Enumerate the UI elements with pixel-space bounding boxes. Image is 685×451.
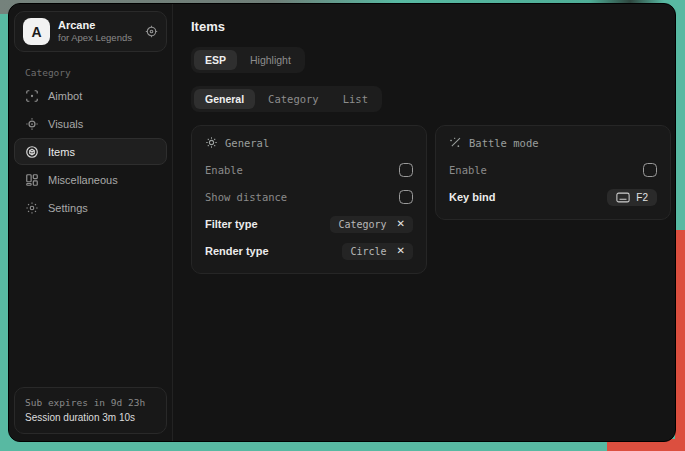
setting-row-show-distance: Show distance [205,187,413,207]
battle-enable-checkbox[interactable] [643,163,657,177]
package-icon [25,145,39,159]
sidebar-item-aimbot[interactable]: Aimbot [14,82,167,109]
sidebar-spacer [9,222,172,387]
select-value: Category [338,219,386,230]
panel-title: General [225,137,269,149]
target-icon[interactable] [145,25,158,38]
sidebar-item-miscellaneous[interactable]: Miscellaneous [14,166,167,193]
setting-row-key-bind: Key bind F2 [449,187,657,207]
tab-list[interactable]: List [332,89,379,109]
app-window: A Arcane for Apex Legends Category [8,3,676,442]
mode-tabbar: ESP Highlight [191,47,305,73]
setting-label: Key bind [449,191,495,203]
sub-expiry-text: Sub expires in 9d 23h [25,396,156,410]
show-distance-checkbox[interactable] [399,190,413,204]
setting-label: Enable [449,164,487,176]
sidebar-item-label: Visuals [48,118,83,130]
sidebar-item-label: Items [48,146,75,158]
sidebar-item-visuals[interactable]: Visuals [14,110,167,137]
setting-row-enable: Enable [449,160,657,180]
select-value: Circle [350,246,386,257]
logo-card: A Arcane for Apex Legends [14,11,167,52]
sidebar-item-label: Settings [48,202,88,214]
setting-label: Render type [205,245,269,257]
setting-label: Filter type [205,218,258,230]
app-subtitle: for Apex Legends [58,32,137,44]
clear-icon[interactable]: ✕ [397,246,405,256]
setting-row-render-type: Render type Circle ✕ [205,241,413,261]
keybind-value: F2 [636,192,648,203]
panel-general: General Enable Show distance Filter type… [191,125,427,274]
tab-esp[interactable]: ESP [194,50,237,70]
desktop-backdrop-red [675,230,685,451]
panel-battle-mode: Battle mode Enable Key bind [435,125,671,220]
setting-row-enable: Enable [205,160,413,180]
main-content: Items ESP Highlight General Category Lis… [173,4,676,441]
sidebar-item-label: Aimbot [48,90,82,102]
scan-eye-icon [25,117,39,131]
grid-icon [25,173,39,187]
setting-label: Show distance [205,191,287,203]
panel-title: Battle mode [469,137,539,149]
keyboard-icon [616,192,630,203]
tab-general[interactable]: General [194,89,255,109]
clear-icon[interactable]: ✕ [397,219,405,229]
page-title: Items [191,19,671,34]
wand-icon [449,136,462,149]
filter-type-select[interactable]: Category ✕ [330,216,413,233]
crosshair-icon [25,89,39,103]
gear-icon [25,201,39,215]
tab-category[interactable]: Category [257,89,330,109]
sidebar-section-label: Category [25,67,172,78]
logo-text: Arcane for Apex Legends [58,19,137,45]
app-logo: A [23,18,50,45]
setting-label: Enable [205,164,243,176]
sidebar-nav: Aimbot Visuals [9,82,172,222]
sidebar: A Arcane for Apex Legends Category [9,4,173,441]
key-bind-button[interactable]: F2 [607,189,657,206]
tab-highlight[interactable]: Highlight [239,50,302,70]
render-type-select[interactable]: Circle ✕ [342,243,413,260]
subscription-card: Sub expires in 9d 23h Session duration 3… [14,387,167,434]
session-duration-text: Session duration 3m 10s [25,410,156,425]
panels-row: General Enable Show distance Filter type… [191,125,671,274]
sidebar-item-items[interactable]: Items [14,138,167,165]
view-tabbar: General Category List [191,86,382,112]
sun-icon [205,136,218,149]
setting-row-filter-type: Filter type Category ✕ [205,214,413,234]
app-title: Arcane [58,19,137,33]
sidebar-item-settings[interactable]: Settings [14,194,167,221]
sidebar-item-label: Miscellaneous [48,174,118,186]
enable-checkbox[interactable] [399,163,413,177]
